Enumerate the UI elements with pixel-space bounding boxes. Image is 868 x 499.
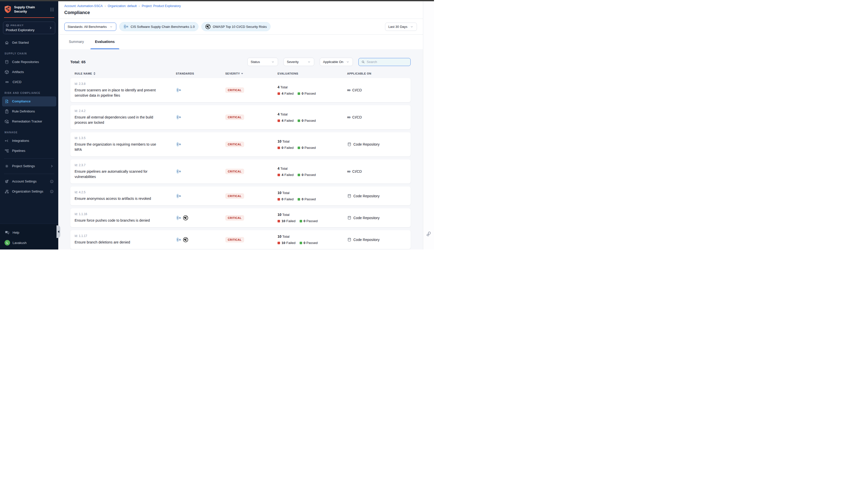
eval-passed: 0 Passed xyxy=(298,197,316,201)
eval-passed: 0 Passed xyxy=(298,119,316,122)
failed-indicator xyxy=(278,120,280,122)
eval-total-count: 10 xyxy=(278,212,281,217)
nav-section-label: SUPPLY CHAIN xyxy=(0,48,58,57)
svg-text:CIS: CIS xyxy=(178,143,181,146)
eval-failed: 4 Failed xyxy=(278,119,293,122)
clipboard-check-icon xyxy=(4,109,9,114)
layers-icon xyxy=(4,179,9,184)
severity-filter-dropdown[interactable]: Severity xyxy=(284,58,314,66)
eval-passed: 0 Passed xyxy=(300,241,318,245)
standard-chip-owasp[interactable]: OWASP Top 10 CI/CD Security Risks xyxy=(202,22,270,31)
cis-standard-icon: CIS xyxy=(176,169,181,174)
date-range-dropdown[interactable]: Last 30 Days xyxy=(385,23,417,31)
sidebar-item-label: CI/CD xyxy=(13,80,21,84)
sidebar-divider xyxy=(4,158,54,159)
user-menu[interactable]: L Lavakush xyxy=(0,238,58,245)
sidebar-item-account-settings[interactable]: Account Settings xyxy=(0,177,58,186)
sidebar-item-label: Rule Definitions xyxy=(12,109,35,113)
breadcrumb-link[interactable]: Project: Product Exploratory xyxy=(142,4,181,8)
applicable-on-label: Code Repository xyxy=(353,142,379,146)
owasp-standard-icon xyxy=(183,215,188,221)
table-row[interactable]: Id: 2.4.2Ensure all external dependencie… xyxy=(70,105,411,129)
rule-id: Id: 2.3.8 xyxy=(75,82,176,86)
code-repository-icon xyxy=(347,142,352,147)
status-filter-dropdown[interactable]: Status xyxy=(248,58,278,66)
sidebar-item-code-repositories[interactable]: Code Repositories xyxy=(0,57,58,67)
sidebar-item-pipelines[interactable]: Pipelines xyxy=(0,146,58,156)
page-header: Account: Automation-SSCA›Organization: d… xyxy=(58,1,423,19)
tab-evaluations[interactable]: Evaluations xyxy=(91,38,119,49)
applicable-on-label: Code Repository xyxy=(353,216,379,220)
sidebar-item-project-settings[interactable]: Project Settings xyxy=(0,161,58,171)
eval-total-count: 10 xyxy=(278,139,281,143)
code-repo-icon xyxy=(4,60,9,64)
applicable-on-cell: ∞CI/CD xyxy=(347,169,411,173)
table-row[interactable]: Id: 2.3.7Ensure pipelines are automatica… xyxy=(70,159,411,183)
sidebar-item-artifacts[interactable]: Artifacts xyxy=(0,67,58,77)
chevron-down-icon xyxy=(271,60,275,64)
sidebar-item-label: Pipelines xyxy=(12,149,25,153)
evaluations-cell: 10 Total0 Failed0 Passed xyxy=(278,191,347,201)
failed-indicator xyxy=(278,147,280,149)
eval-failed: 0 Failed xyxy=(278,146,293,150)
standards-cell: CIS xyxy=(176,87,225,93)
breadcrumb-link[interactable]: Organization: default xyxy=(108,4,137,8)
standard-chip-cis[interactable]: CISCIS Software Supply Chain Benchmarks … xyxy=(119,22,198,31)
sidebar-item-label: Organization Settings xyxy=(12,190,43,193)
applicable-on-label: Code Repository xyxy=(353,238,379,242)
table-row[interactable]: Id: 1.1.17Ensure branch deletions are de… xyxy=(70,230,411,249)
search-input[interactable] xyxy=(367,60,408,64)
project-name: Product Exploratory xyxy=(6,28,48,32)
sidebar-collapse-handle[interactable] xyxy=(57,226,60,238)
nav-section-label: MANAGE xyxy=(0,126,58,136)
sidebar-item-remediation-tracker[interactable]: Remediation Tracker xyxy=(0,117,58,126)
severity-badge: CRITICAL xyxy=(225,87,244,93)
gear-icon xyxy=(4,164,9,168)
cis-standard-icon: CIS xyxy=(176,215,181,221)
applicable-on-filter-dropdown[interactable]: Applicable On xyxy=(320,58,353,66)
eval-total-count: 4 xyxy=(278,112,279,116)
passed-indicator xyxy=(298,174,300,176)
code-repository-icon xyxy=(347,194,352,198)
sidebar-item-integrations[interactable]: Integrations xyxy=(0,136,58,146)
apps-grid-icon[interactable] xyxy=(50,7,54,12)
breadcrumb-link[interactable]: Account: Automation-SSCA xyxy=(64,4,103,8)
breadcrumb-separator: › xyxy=(138,4,140,8)
sidebar-item-compliance[interactable]: Compliance xyxy=(2,96,56,107)
failed-indicator xyxy=(278,198,280,200)
table-row[interactable]: Id: 4.2.5Ensure anonymous access to arti… xyxy=(70,186,411,205)
eval-failed: 4 Failed xyxy=(278,173,293,177)
passed-indicator xyxy=(300,242,302,244)
tab-summary[interactable]: Summary xyxy=(64,38,88,49)
total-count: Total: 65 xyxy=(70,60,86,64)
table-row[interactable]: Id: 1.1.16Ensure force pushes code to br… xyxy=(70,208,411,227)
home-icon xyxy=(4,40,9,45)
svg-text:CIS: CIS xyxy=(178,116,181,119)
applicable-on-cell: Code Repository xyxy=(347,194,411,198)
column-header-rule-name[interactable]: RULE NAME xyxy=(75,72,176,75)
cis-standard-icon: CIS xyxy=(176,142,181,147)
failed-indicator xyxy=(278,220,280,222)
sidebar-item-help[interactable]: ? Help xyxy=(0,228,58,238)
table-row[interactable]: Id: 2.3.8Ensure scanners are in place to… xyxy=(70,78,411,102)
breadcrumb: Account: Automation-SSCA›Organization: d… xyxy=(64,4,417,8)
feedback-chat-icon[interactable] xyxy=(426,231,432,236)
applicable-on-label: CI/CD xyxy=(352,88,362,92)
sidebar-footer: ? Help L Lavakush xyxy=(0,224,58,250)
standards-dropdown[interactable]: Standards: All Benchmarks xyxy=(64,23,116,31)
cicd-infinity-icon: ∞ xyxy=(347,89,351,92)
cis-logo-icon: CIS xyxy=(123,24,129,29)
svg-text:CIS: CIS xyxy=(178,89,181,92)
svg-text:CIS: CIS xyxy=(178,195,181,197)
project-selector[interactable]: PROJECT Product Exploratory xyxy=(3,22,55,34)
sidebar-item-rule-definitions[interactable]: Rule Definitions xyxy=(0,107,58,117)
standards-cell: CIS xyxy=(176,237,225,242)
column-header-evaluations: EVALUATIONS xyxy=(278,72,347,75)
sidebar-item-label: Artifacts xyxy=(12,70,24,74)
org-icon xyxy=(4,189,9,194)
sidebar-item-organization-settings[interactable]: Organization Settings xyxy=(0,186,58,196)
sidebar-item-get-started[interactable]: Get Started xyxy=(0,38,58,48)
table-row[interactable]: Id: 1.3.5Ensure the organization is requ… xyxy=(70,132,411,156)
sidebar-item-ci-cd[interactable]: CI/CD xyxy=(0,77,58,87)
column-header-severity[interactable]: SEVERITY xyxy=(225,72,278,75)
